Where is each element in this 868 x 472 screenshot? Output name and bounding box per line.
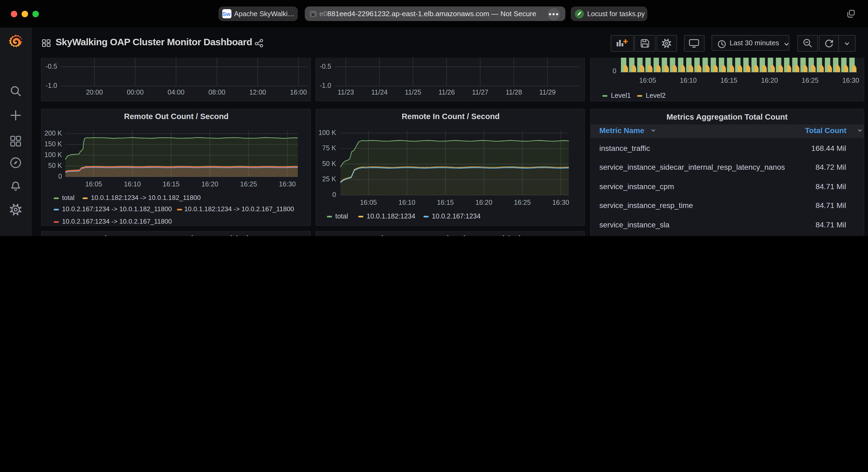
svg-text:00:00: 00:00 <box>127 88 144 96</box>
svg-text:16:00: 16:00 <box>290 88 307 96</box>
svg-text:11/26: 11/26 <box>438 88 455 96</box>
svg-text:10.0.2.167:1234 -> 10.0.1.182_: 10.0.2.167:1234 -> 10.0.1.182_11800 <box>62 205 172 212</box>
svg-text:04:00: 04:00 <box>167 88 185 96</box>
svg-text:16:30: 16:30 <box>842 76 859 84</box>
svg-text:16:05: 16:05 <box>639 76 656 84</box>
svg-text:16:15: 16:15 <box>437 198 454 206</box>
svg-text:16:20: 16:20 <box>202 180 218 188</box>
svg-text:0: 0 <box>58 172 62 180</box>
svg-text:11/24: 11/24 <box>371 88 388 96</box>
svg-text:20:00: 20:00 <box>86 88 103 96</box>
svg-text:16:10: 16:10 <box>398 198 415 206</box>
svg-text:Level2: Level2 <box>646 91 665 99</box>
svg-text:0: 0 <box>332 191 336 198</box>
svg-text:150 K: 150 K <box>44 140 62 147</box>
svg-text:10.0.2.167:1234 -> 10.0.2.167_: 10.0.2.167:1234 -> 10.0.2.167_11800 <box>62 217 172 225</box>
svg-text:08:00: 08:00 <box>209 88 225 96</box>
svg-text:11/28: 11/28 <box>506 88 522 96</box>
svg-text:11/25: 11/25 <box>405 88 421 96</box>
svg-text:12:00: 12:00 <box>249 88 266 96</box>
svg-text:16:15: 16:15 <box>720 76 737 84</box>
svg-text:11/29: 11/29 <box>539 88 556 96</box>
svg-text:16:25: 16:25 <box>514 198 531 206</box>
svg-text:16:20: 16:20 <box>475 198 493 206</box>
svg-text:-1.0: -1.0 <box>45 81 57 89</box>
svg-text:200 K: 200 K <box>44 129 62 137</box>
svg-text:75 K: 75 K <box>322 144 336 151</box>
svg-text:total: total <box>62 194 74 201</box>
svg-text:Remote Out Count / Second: Remote Out Count / Second <box>124 112 229 121</box>
svg-text:25 K: 25 K <box>322 175 336 182</box>
svg-text:total: total <box>335 212 348 220</box>
svg-text:16:10: 16:10 <box>679 76 696 84</box>
svg-text:-0.5: -0.5 <box>45 62 57 70</box>
svg-text:16:30: 16:30 <box>279 180 296 188</box>
svg-text:Remote In Count / Second: Remote In Count / Second <box>402 112 500 121</box>
svg-text:16:05: 16:05 <box>85 180 102 188</box>
svg-text:50 K: 50 K <box>48 161 62 169</box>
svg-text:50 K: 50 K <box>322 160 336 167</box>
svg-text:10.0.1.182:1234 -> 10.0.1.182_: 10.0.1.182:1234 -> 10.0.1.182_11800 <box>91 194 201 201</box>
svg-text:-1.0: -1.0 <box>320 81 331 89</box>
svg-text:16:10: 16:10 <box>124 180 141 188</box>
svg-text:16:25: 16:25 <box>801 76 818 84</box>
svg-text:0: 0 <box>612 67 616 74</box>
svg-text:16:30: 16:30 <box>552 198 569 206</box>
svg-text:11/23: 11/23 <box>338 88 354 96</box>
svg-text:16:25: 16:25 <box>240 180 257 188</box>
svg-text:100 K: 100 K <box>44 150 62 158</box>
svg-text:Persistence Prepare Count (Inc: Persistence Prepare Count (Increment) / … <box>87 234 265 236</box>
svg-text:10.0.1.182:1234 -> 10.0.2.167_: 10.0.1.182:1234 -> 10.0.2.167_11800 <box>184 205 294 212</box>
svg-text:Level1: Level1 <box>611 91 631 99</box>
svg-text:Persistence Prepare Time (Incr: Persistence Prepare Time (Increment) / M… <box>364 234 537 236</box>
svg-text:16:20: 16:20 <box>761 76 778 84</box>
svg-text:16:05: 16:05 <box>360 198 377 206</box>
svg-text:100 K: 100 K <box>318 129 336 136</box>
svg-text:-0.5: -0.5 <box>320 62 331 70</box>
svg-text:11/27: 11/27 <box>472 88 489 96</box>
svg-text:10.0.2.167:1234: 10.0.2.167:1234 <box>432 212 480 220</box>
svg-text:10.0.1.182:1234: 10.0.1.182:1234 <box>367 212 415 220</box>
svg-text:16:15: 16:15 <box>163 180 180 188</box>
